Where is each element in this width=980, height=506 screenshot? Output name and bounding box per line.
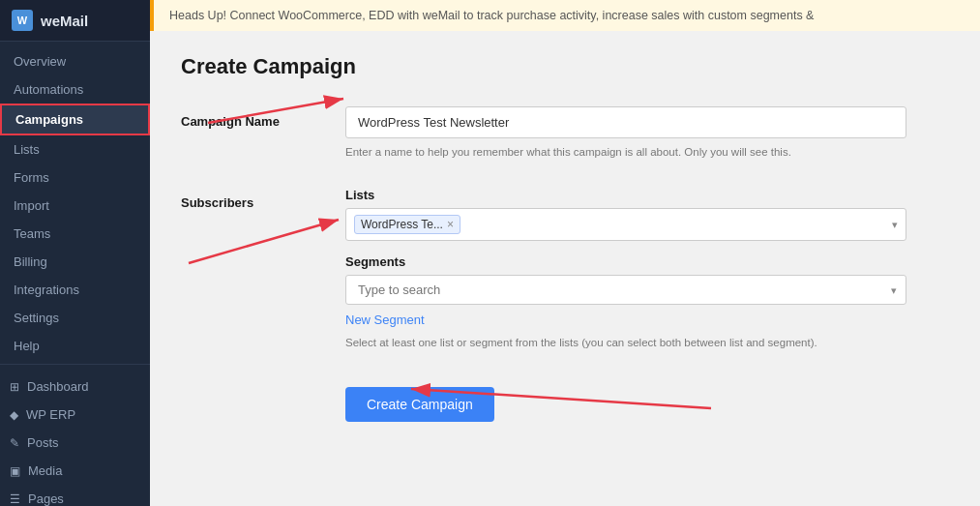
logo-text: weMail [41, 13, 88, 29]
pages-label: Pages [28, 491, 64, 506]
overview-label: Overview [14, 54, 66, 69]
sidebar-divider [0, 364, 150, 365]
posts-label: Posts [27, 435, 59, 450]
campaign-name-hint: Enter a name to help you remember what t… [345, 144, 906, 161]
automations-label: Automations [14, 82, 83, 97]
segments-field-label: Segments [345, 254, 906, 269]
lists-select[interactable]: WordPress Te... × ▾ [345, 208, 906, 241]
dashboard-label: Dashboard [27, 379, 89, 394]
media-icon: ▣ [10, 464, 20, 478]
create-button-wrapper: Create Campaign [345, 379, 949, 422]
media-label: Media [28, 463, 62, 478]
sidebar-bottom: ⊞ Dashboard ◆ WP ERP ✎ Posts ▣ Media ☰ P… [0, 369, 150, 506]
teams-label: Teams [14, 226, 50, 241]
sidebar-item-campaigns[interactable]: Campaigns [0, 104, 150, 135]
subscribers-hint: Select at least one list or segment from… [345, 335, 906, 351]
segments-search-wrap: ▾ [345, 275, 906, 305]
sidebar-item-lists[interactable]: Lists [0, 135, 150, 164]
campaign-name-section: Campaign Name Enter a name to help you r… [181, 106, 949, 161]
page-title: Create Campaign [181, 54, 949, 79]
integrations-label: Integrations [14, 283, 79, 297]
sidebar-item-wperp[interactable]: ◆ WP ERP [0, 401, 150, 429]
sidebar-item-billing[interactable]: Billing [0, 248, 150, 276]
sidebar-item-media[interactable]: ▣ Media [0, 457, 150, 485]
new-segment-link[interactable]: New Segment [345, 313, 425, 327]
notice-bar: Heads Up! Connect WooCommerce, EDD with … [150, 0, 980, 31]
sidebar-item-overview[interactable]: Overview [0, 47, 150, 75]
sidebar-item-automations[interactable]: Automations [0, 75, 150, 104]
subscribers-section: Subscribers Lists WordPress Te... × ▾ Se… [181, 188, 949, 351]
lists-field-label: Lists [345, 188, 906, 202]
sidebar-item-teams[interactable]: Teams [0, 220, 150, 248]
subscribers-label: Subscribers [181, 188, 307, 351]
sidebar-item-forms[interactable]: Forms [0, 164, 150, 192]
create-campaign-button[interactable]: Create Campaign [345, 387, 494, 422]
campaign-name-fields: Enter a name to help you remember what t… [345, 106, 906, 161]
sidebar-item-settings[interactable]: Settings [0, 304, 150, 332]
campaign-name-input[interactable] [345, 106, 906, 138]
dashboard-icon: ⊞ [10, 380, 19, 394]
billing-label: Billing [14, 254, 47, 269]
sidebar-item-dashboard[interactable]: ⊞ Dashboard [0, 372, 150, 401]
segments-search-input[interactable] [345, 275, 906, 305]
sidebar-item-integrations[interactable]: Integrations [0, 276, 150, 304]
pages-icon: ☰ [10, 492, 20, 506]
notice-text: Heads Up! Connect WooCommerce, EDD with … [169, 9, 814, 22]
import-label: Import [14, 198, 49, 213]
page-content: Create Campaign Campaign Name Enter a na… [150, 31, 980, 506]
wperp-label: WP ERP [26, 407, 75, 422]
lists-tag-close-icon[interactable]: × [447, 218, 454, 231]
forms-label: Forms [14, 170, 49, 185]
help-label: Help [14, 339, 40, 353]
sidebar-item-import[interactable]: Import [0, 192, 150, 220]
logo-icon: W [12, 10, 33, 31]
lists-dropdown-arrow-icon: ▾ [892, 219, 898, 231]
sidebar-item-pages[interactable]: ☰ Pages [0, 485, 150, 506]
posts-icon: ✎ [10, 436, 19, 450]
lists-tag-text: WordPress Te... [361, 218, 443, 231]
lists-label: Lists [14, 142, 40, 157]
wperp-icon: ◆ [10, 408, 18, 422]
lists-tag: WordPress Te... × [354, 215, 460, 234]
sidebar-logo[interactable]: W weMail [0, 0, 150, 42]
campaigns-label: Campaigns [15, 112, 83, 127]
sidebar-item-help[interactable]: Help [0, 332, 150, 360]
subscribers-fields: Lists WordPress Te... × ▾ Segments ▾ New… [345, 188, 906, 351]
main-area: Heads Up! Connect WooCommerce, EDD with … [150, 0, 980, 506]
settings-label: Settings [14, 311, 59, 325]
campaign-name-label: Campaign Name [181, 106, 307, 161]
sidebar-nav: Overview Automations Campaigns Lists For… [0, 42, 150, 506]
sidebar: W weMail Overview Automations Campaigns … [0, 0, 150, 506]
sidebar-item-posts[interactable]: ✎ Posts [0, 429, 150, 457]
